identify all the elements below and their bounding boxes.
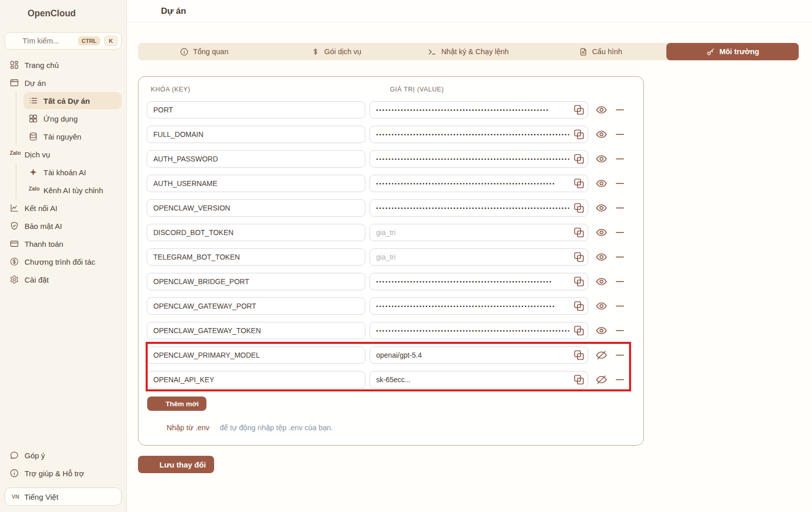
env-key-input[interactable] [147,297,365,315]
env-key-input[interactable] [147,199,365,217]
env-value-field[interactable]: openai/gpt-5.4 [369,346,588,364]
remove-row-icon[interactable] [614,153,626,165]
copy-icon[interactable] [573,226,585,239]
sidebar-item-kenh-ai-tuy-chinh[interactable]: ZaloKênh AI tùy chỉnh [24,181,122,199]
env-row: openai/gpt-5.4 [147,346,635,364]
sidebar-item-tat-ca-du-an[interactable]: Tất cả Dự án [24,92,122,109]
env-value-field[interactable]: ••••••••••••••••••••••••••••••••••••••••… [369,297,588,315]
env-key-input[interactable] [147,224,365,241]
logo: OpenCloud [0,0,126,24]
env-value-field[interactable]: ••••••••••••••••••••••••••••••••••••••••… [369,150,588,168]
remove-row-icon[interactable] [614,128,626,141]
key-column-header: KHÓA (KEY) [147,86,369,93]
env-key-input[interactable] [147,322,365,339]
env-key-input[interactable] [147,175,365,192]
sidebar-item-trang-chu[interactable]: Trang chủ [5,56,122,74]
sidebar-item-label: Góp ý [25,451,45,460]
copy-icon[interactable] [573,300,585,312]
eye-icon[interactable] [595,202,608,214]
sidebar-item-cai-dat[interactable]: Cài đặt [5,271,122,288]
copy-icon[interactable] [573,128,585,141]
env-value-field[interactable]: ••••••••••••••••••••••••••••••••••••••••… [369,126,588,143]
sidebar-item-tai-nguyen[interactable]: Tài nguyên [24,128,122,145]
eye-icon[interactable] [595,104,608,116]
env-value-field[interactable]: ••••••••••••••••••••••••••••••••••••••••… [369,322,588,339]
sidebar-item-gop-y[interactable]: Góp ý [5,447,122,464]
save-changes-button[interactable]: Lưu thay đổi [138,456,214,473]
env-row: gia_tri [147,248,635,266]
copy-icon[interactable] [573,104,585,116]
sidebar-collapse-icon[interactable] [144,6,154,16]
remove-row-icon[interactable] [614,300,626,312]
copy-icon[interactable] [573,251,585,263]
remove-row-icon[interactable] [614,202,626,214]
eye-icon[interactable] [595,153,608,165]
app-window-icon [10,78,19,87]
eye-icon[interactable] [595,300,608,312]
remove-row-icon[interactable] [614,349,626,361]
copy-icon[interactable] [573,202,585,214]
sidebar-item-tro-giup[interactable]: Trợ giúp & Hỗ trợ [5,464,122,482]
env-value-field[interactable]: ••••••••••••••••••••••••••••••••••••••••… [369,199,588,217]
eye-icon[interactable] [595,226,608,239]
eye-off-icon[interactable] [595,374,608,386]
eye-icon[interactable] [595,251,608,263]
sidebar-item-bao-mat-ai[interactable]: Bảo mật AI [5,217,122,235]
env-value-field[interactable]: gia_tri [369,248,588,266]
remove-row-icon[interactable] [614,177,626,190]
env-key-input[interactable] [147,248,365,266]
env-key-input[interactable] [147,346,365,364]
copy-icon[interactable] [573,324,585,337]
sidebar-item-dich-vu[interactable]: ZaloDịch vụ [5,146,122,163]
remove-row-icon[interactable] [614,374,626,386]
remove-row-icon[interactable] [614,251,626,263]
zalo-text-icon: Zalo [29,185,38,195]
search-box[interactable]: CTRL K [5,32,122,50]
tab-cau-hinh[interactable]: Cấu hình [535,43,667,60]
tab-nhat-ky-chay-lenh[interactable]: Nhật ký & Chạy lệnh [402,43,535,60]
tab-goi-dich-vu[interactable]: Gói dịch vụ [270,43,403,60]
env-row: gia_tri [147,224,635,241]
env-value-field[interactable]: gia_tri [369,224,588,241]
eye-icon[interactable] [595,275,608,288]
env-key-input[interactable] [147,273,365,290]
value-column-header: GIÁ TRỊ (VALUE) [369,86,444,93]
language-selector[interactable]: VN Tiếng Việt [5,487,122,506]
tab-label: Cấu hình [592,48,622,56]
env-key-input[interactable] [147,150,365,168]
env-key-input[interactable] [147,101,365,119]
add-new-button[interactable]: Thêm mới [147,397,206,411]
import-env-link[interactable]: Nhập từ .env [167,424,210,432]
env-value-field[interactable]: ••••••••••••••••••••••••••••••••••••••••… [369,175,588,192]
eye-icon[interactable] [595,177,608,190]
copy-icon[interactable] [573,374,585,386]
copy-icon[interactable] [573,349,585,361]
env-row: ••••••••••••••••••••••••••••••••••••••••… [147,273,635,290]
remove-row-icon[interactable] [614,324,626,337]
copy-icon[interactable] [573,177,585,190]
copy-icon[interactable] [573,153,585,165]
remove-row-icon[interactable] [614,104,626,116]
eye-icon[interactable] [595,324,608,337]
env-value-field[interactable]: ••••••••••••••••••••••••••••••••••••••••… [369,101,588,119]
eye-icon[interactable] [595,128,608,141]
copy-icon[interactable] [573,275,585,288]
env-value-text: sk-65ecc... [376,376,411,384]
eye-off-icon[interactable] [595,349,608,361]
env-value-field[interactable]: ••••••••••••••••••••••••••••••••••••••••… [369,273,588,290]
env-key-input[interactable] [147,371,365,388]
tab-tong-quan[interactable]: Tổng quan [138,43,270,60]
sidebar-item-thanh-toan[interactable]: Thanh toán [5,235,122,252]
sidebar-item-chuong-trinh-doi-tac[interactable]: Chương trình đối tác [5,253,122,270]
env-key-input[interactable] [147,126,365,143]
sidebar-item-ung-dung[interactable]: Ứng dụng [24,110,122,127]
remove-row-icon[interactable] [614,226,626,239]
file-icon [154,423,163,432]
env-value-field[interactable]: sk-65ecc... [369,371,588,388]
search-input[interactable] [22,37,74,45]
sidebar-item-du-an[interactable]: Dự án [5,74,122,91]
tab-moi-truong[interactable]: Môi trường [666,43,799,60]
sidebar-item-tai-khoan-ai[interactable]: Tài khoản AI [24,164,122,181]
remove-row-icon[interactable] [614,275,626,288]
sidebar-item-ket-noi-ai[interactable]: Kết nối AI [5,199,122,217]
